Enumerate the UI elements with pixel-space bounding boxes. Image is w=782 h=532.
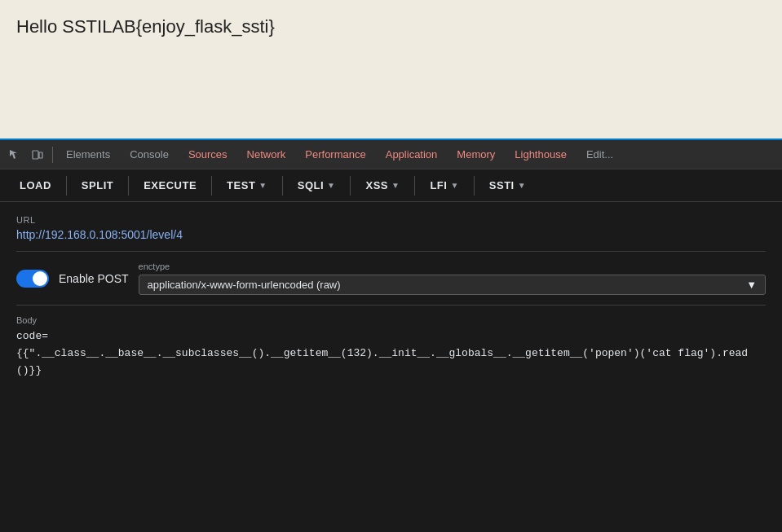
lfi-button[interactable]: LFI ▼ xyxy=(417,176,471,195)
post-row: Enable POST enctype application/x-www-fo… xyxy=(16,262,766,295)
ssti-button[interactable]: SSTI ▼ xyxy=(476,176,539,195)
toolbar-sep-1 xyxy=(66,176,67,196)
test-dropdown-arrow: ▼ xyxy=(258,181,267,190)
enctype-section: enctype application/x-www-form-urlencode… xyxy=(139,262,766,295)
body-label: Body xyxy=(16,315,766,325)
sqli-dropdown-arrow: ▼ xyxy=(327,181,335,190)
enctype-label: enctype xyxy=(139,262,766,271)
toolbar-sep-4 xyxy=(282,176,283,196)
ssti-dropdown-arrow: ▼ xyxy=(518,181,526,190)
enctype-dropdown[interactable]: application/x-www-form-urlencoded (raw) … xyxy=(139,275,766,295)
device-icon[interactable] xyxy=(26,143,49,166)
tab-lighthouse[interactable]: Lighthouse xyxy=(505,140,577,169)
tab-application[interactable]: Application xyxy=(376,140,448,169)
url-section: URL http://192.168.0.108:5001/level/4 xyxy=(16,215,766,241)
execute-button[interactable]: EXECUTE xyxy=(130,176,210,195)
plugin-toolbar: LOAD SPLIT EXECUTE TEST ▼ SQLI ▼ XSS ▼ L… xyxy=(0,169,782,202)
page-content: Hello SSTILAB{enjoy_flask_ssti} xyxy=(0,0,782,138)
url-label: URL xyxy=(16,215,766,225)
enctype-arrow: ▼ xyxy=(746,279,757,291)
body-code[interactable]: code= {{".__class__.__base__.__subclasse… xyxy=(16,328,766,379)
tab-separator xyxy=(52,147,53,163)
tab-elements[interactable]: Elements xyxy=(56,140,120,169)
tab-console[interactable]: Console xyxy=(120,140,179,169)
divider-1 xyxy=(16,251,766,252)
inspect-icon[interactable] xyxy=(3,143,26,166)
devtools-main-content: URL http://192.168.0.108:5001/level/4 En… xyxy=(0,202,782,532)
svg-rect-0 xyxy=(33,151,38,159)
body-section: Body code= {{".__class__.__base__.__subc… xyxy=(16,315,766,379)
split-button[interactable]: SPLIT xyxy=(68,176,126,195)
tab-network[interactable]: Network xyxy=(237,140,296,169)
toolbar-sep-6 xyxy=(414,176,415,196)
svg-rect-1 xyxy=(39,152,42,158)
tab-edit[interactable]: Edit... xyxy=(577,140,623,169)
url-value: http://192.168.0.108:5001/level/4 xyxy=(16,228,766,241)
toolbar-sep-7 xyxy=(474,176,475,196)
toolbar-sep-2 xyxy=(128,176,129,196)
xss-button[interactable]: XSS ▼ xyxy=(352,176,413,195)
enable-post-toggle[interactable] xyxy=(16,270,49,288)
tab-sources[interactable]: Sources xyxy=(179,140,237,169)
xss-dropdown-arrow: ▼ xyxy=(391,181,400,190)
toolbar-sep-5 xyxy=(350,176,351,196)
tab-performance[interactable]: Performance xyxy=(295,140,375,169)
sqli-button[interactable]: SQLI ▼ xyxy=(285,176,349,195)
test-button[interactable]: TEST ▼ xyxy=(214,176,281,195)
page-response-text: Hello SSTILAB{enjoy_flask_ssti} xyxy=(16,16,275,37)
tab-memory[interactable]: Memory xyxy=(447,140,505,169)
load-button[interactable]: LOAD xyxy=(7,176,64,195)
lfi-dropdown-arrow: ▼ xyxy=(450,181,458,190)
devtools-panel: Elements Console Sources Network Perform… xyxy=(0,138,782,532)
toolbar-sep-3 xyxy=(211,176,212,196)
devtools-tab-bar: Elements Console Sources Network Perform… xyxy=(0,140,782,169)
enable-post-label: Enable POST xyxy=(59,272,129,285)
toggle-knob xyxy=(33,271,47,286)
divider-2 xyxy=(16,305,766,306)
enctype-value: application/x-www-form-urlencoded (raw) xyxy=(148,279,341,291)
